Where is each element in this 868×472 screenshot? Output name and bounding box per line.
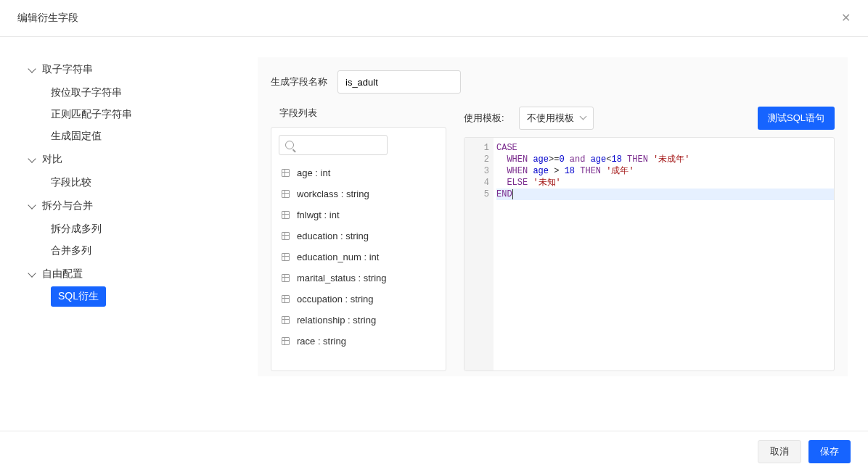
field-list-box: age : int workclass : string fnlwgt : in… xyxy=(271,127,446,371)
save-button[interactable]: 保存 xyxy=(808,440,851,463)
modal-title: 编辑衍生字段 xyxy=(17,12,78,25)
modal-header: 编辑衍生字段 ✕ xyxy=(0,0,868,37)
chevron-down-icon xyxy=(28,65,36,73)
table-icon xyxy=(282,232,290,240)
sidebar-group-split-merge[interactable]: 拆分与合并 xyxy=(29,199,243,212)
field-items[interactable]: age : int workclass : string fnlwgt : in… xyxy=(271,162,446,370)
chevron-down-icon xyxy=(28,201,36,209)
modal-footer: 取消 保存 xyxy=(0,431,868,472)
field-list-label: 字段列表 xyxy=(271,107,446,120)
config-panel: 生成字段名称 字段列表 age : in xyxy=(258,57,848,376)
field-item[interactable]: marital_status : string xyxy=(282,268,435,289)
code-line: WHEN age>=0 and age<18 THEN '未成年' xyxy=(496,154,834,165)
field-item-label: relationship : string xyxy=(297,315,376,326)
field-item-label: fnlwgt : int xyxy=(297,210,340,220)
sidebar-item-merge-columns[interactable]: 合并多列 xyxy=(29,240,243,262)
sidebar-group-label: 拆分与合并 xyxy=(42,199,93,212)
sidebar-group-label: 对比 xyxy=(42,153,62,166)
chevron-down-icon xyxy=(28,269,36,277)
field-item-label: workclass : string xyxy=(297,189,369,199)
sidebar-group-free[interactable]: 自由配置 xyxy=(29,268,243,281)
cancel-button[interactable]: 取消 xyxy=(758,440,801,463)
sidebar-item-field-compare[interactable]: 字段比较 xyxy=(29,172,243,194)
sidebar: 取子字符串 按位取子字符串 正则匹配子字符串 生成固定值 对比 字段比较 拆分与… xyxy=(0,37,258,431)
field-item[interactable]: education_num : int xyxy=(282,247,435,268)
template-label: 使用模板: xyxy=(464,112,504,125)
gutter: 12345 xyxy=(464,138,494,370)
search-wrap xyxy=(271,128,446,162)
table-icon xyxy=(282,274,290,282)
field-name-input[interactable] xyxy=(337,70,461,94)
sql-editor[interactable]: 12345 CASE WHEN age>=0 and age<18 THEN '… xyxy=(464,137,835,371)
template-select[interactable]: 不使用模板 xyxy=(519,107,594,130)
close-icon[interactable]: ✕ xyxy=(841,12,851,24)
table-icon xyxy=(282,169,290,177)
search-icon xyxy=(285,141,294,149)
sidebar-item-substring-by-regex[interactable]: 正则匹配子字符串 xyxy=(29,104,243,125)
field-item-label: age : int xyxy=(297,167,330,178)
sidebar-group-label: 自由配置 xyxy=(42,268,83,281)
table-icon xyxy=(282,253,290,261)
field-name-label: 生成字段名称 xyxy=(271,75,327,88)
field-list-column: 字段列表 age : int workclass : string fnlwgt xyxy=(271,107,446,371)
table-icon xyxy=(282,190,290,198)
sidebar-item-substring-by-pos[interactable]: 按位取子字符串 xyxy=(29,82,243,104)
editor-toolbar: 使用模板: 不使用模板 测试SQL语句 xyxy=(464,107,835,130)
modal-body: 取子字符串 按位取子字符串 正则匹配子字符串 生成固定值 对比 字段比较 拆分与… xyxy=(0,37,868,431)
template-select-value: 不使用模板 xyxy=(527,112,574,125)
cursor-caret xyxy=(512,189,513,199)
table-icon xyxy=(282,316,290,324)
table-icon xyxy=(282,211,290,219)
field-item-label: race : string xyxy=(297,336,346,347)
field-item[interactable]: occupation : string xyxy=(282,289,435,310)
field-item[interactable]: fnlwgt : int xyxy=(282,204,435,225)
field-item-label: occupation : string xyxy=(297,294,374,305)
field-item-label: education_num : int xyxy=(297,252,379,262)
chevron-down-icon xyxy=(579,113,586,120)
sidebar-group-compare[interactable]: 对比 xyxy=(29,153,243,166)
code-lines[interactable]: CASE WHEN age>=0 and age<18 THEN '未成年' W… xyxy=(494,138,834,370)
sidebar-item-fixed-value[interactable]: 生成固定值 xyxy=(29,125,243,147)
field-name-row: 生成字段名称 xyxy=(271,70,835,94)
table-icon xyxy=(282,337,290,345)
field-item-label: education : string xyxy=(297,231,369,241)
field-item[interactable]: education : string xyxy=(282,225,435,247)
columns: 字段列表 age : int workclass : string fnlwgt xyxy=(271,107,835,371)
code-line: CASE xyxy=(496,142,834,154)
editor-column: 使用模板: 不使用模板 测试SQL语句 12345 xyxy=(464,107,835,371)
table-icon xyxy=(282,295,290,303)
sidebar-group-label: 取子字符串 xyxy=(42,63,93,76)
search-input[interactable] xyxy=(279,135,388,155)
chevron-down-icon xyxy=(28,154,36,162)
field-item[interactable]: age : int xyxy=(282,162,435,183)
field-item[interactable]: race : string xyxy=(282,331,435,352)
code-line: END xyxy=(496,189,834,200)
edit-derived-field-modal: 编辑衍生字段 ✕ 取子字符串 按位取子字符串 正则匹配子字符串 生成固定值 对比… xyxy=(0,0,868,472)
code-line: WHEN age > 18 THEN '成年' xyxy=(496,165,834,177)
sidebar-group-substring[interactable]: 取子字符串 xyxy=(29,63,243,76)
sidebar-item-split-columns[interactable]: 拆分成多列 xyxy=(29,218,243,240)
toolbar-left: 使用模板: 不使用模板 xyxy=(464,107,594,130)
sidebar-item-sql-derive[interactable]: SQL衍生 xyxy=(51,286,106,307)
test-sql-button[interactable]: 测试SQL语句 xyxy=(758,107,835,130)
field-item-label: marital_status : string xyxy=(297,273,387,283)
code-line: ELSE '未知' xyxy=(496,177,834,189)
content: 生成字段名称 字段列表 age : in xyxy=(258,37,868,431)
field-item[interactable]: workclass : string xyxy=(282,183,435,204)
field-item[interactable]: relationship : string xyxy=(282,310,435,331)
